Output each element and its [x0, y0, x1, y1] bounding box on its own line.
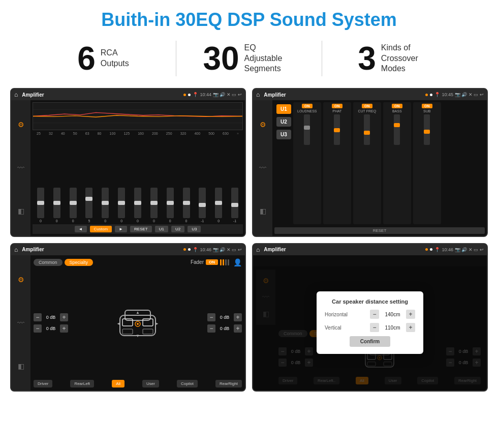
stat-item-rca: 6 RCA Outputs: [30, 42, 176, 75]
fader-icon-1[interactable]: ⚙: [18, 276, 24, 284]
eq-custom-button[interactable]: Custom: [90, 226, 112, 232]
amp-icon-1[interactable]: ⚙: [260, 121, 266, 129]
stat-number-6: 6: [77, 42, 96, 75]
phat-on-badge[interactable]: ON: [332, 104, 343, 108]
fader-tab-specialty[interactable]: Specialty: [65, 259, 94, 266]
eq-content: ⚙ 〰 ◧: [11, 100, 245, 236]
eq-slider-7[interactable]: 0: [150, 188, 158, 223]
dialog-vertical-plus[interactable]: +: [406, 323, 415, 332]
eq-reset-button[interactable]: RESET: [130, 226, 152, 232]
amp-icon-3[interactable]: ◧: [260, 207, 266, 215]
btn-rearleft[interactable]: RearLeft: [70, 380, 94, 387]
db-plus-3[interactable]: +: [234, 313, 242, 321]
db-control-4: − 0 dB +: [207, 324, 242, 333]
home-icon[interactable]: ⌂: [14, 91, 18, 98]
amp-home-icon[interactable]: ⌂: [256, 91, 260, 98]
eq-app-title: Amplifier: [22, 92, 181, 98]
fader-tab-common[interactable]: Common: [34, 259, 63, 266]
fader-status-bar: ⌂ Amplifier 📍 10:46 📷 🔊 ✕ ▭ ↩: [11, 244, 245, 255]
loudness-slider[interactable]: [304, 114, 310, 145]
bass-slider[interactable]: [394, 114, 400, 145]
eq-slider-2[interactable]: 0: [70, 188, 77, 223]
eq-slider-11[interactable]: 0: [215, 188, 222, 223]
cutfreq-label: CUT FREQ: [358, 109, 376, 113]
sub-slider[interactable]: [424, 114, 430, 145]
db-minus-4[interactable]: −: [207, 324, 215, 333]
dialog-vertical-stepper: − 110cm +: [370, 323, 415, 332]
eq-play-button[interactable]: ►: [115, 226, 127, 232]
svg-point-11: [137, 323, 139, 325]
eq-slider-10[interactable]: -1: [199, 188, 206, 223]
db-plus-2[interactable]: +: [60, 324, 68, 333]
btn-user[interactable]: User: [142, 380, 159, 387]
dialog-vertical-minus[interactable]: −: [370, 323, 379, 332]
amp-icon-2[interactable]: 〰: [259, 164, 266, 172]
dialog-horizontal-plus[interactable]: +: [406, 310, 415, 319]
dialog-content: ⚙ 〰 ◧ Common Specialty −0 dB+ −0 dB+: [253, 255, 487, 391]
eq-slider-8[interactable]: 0: [167, 188, 174, 223]
screens-grid: ⌂ Amplifier 📍 10:44 📷 🔊 ✕ ▭ ↩ ⚙ 〰 ◧: [0, 84, 498, 399]
db-plus-1[interactable]: +: [60, 313, 68, 321]
amp-left-sidebar: ⚙ 〰 ◧: [253, 100, 272, 236]
cutfreq-slider[interactable]: [364, 114, 370, 145]
eq-icon-3[interactable]: ◧: [18, 207, 24, 215]
bass-on-badge[interactable]: ON: [392, 104, 402, 108]
db-minus-1[interactable]: −: [34, 313, 42, 321]
car-diagram: ▲ ▼ ◄ ►: [72, 268, 203, 378]
fader-icon-2[interactable]: 〰: [17, 319, 24, 327]
amp-u2-button[interactable]: U2: [276, 117, 291, 127]
dialog-horizontal-minus[interactable]: −: [370, 310, 379, 319]
btn-copilot[interactable]: Copilot: [177, 380, 198, 387]
eq-prev-button[interactable]: ◄: [75, 226, 87, 232]
dialog-confirm-button[interactable]: Confirm: [350, 336, 390, 347]
fader-bottom-row: Driver RearLeft All User Copilot RearRig…: [34, 380, 242, 387]
eq-slider-9[interactable]: 0: [183, 188, 190, 223]
eq-slider-12[interactable]: -1: [231, 188, 238, 223]
loudness-on-badge[interactable]: ON: [302, 104, 313, 108]
amp-u1-button[interactable]: U1: [276, 104, 291, 114]
phat-slider[interactable]: [334, 114, 340, 145]
btn-all[interactable]: All: [112, 380, 124, 387]
cutfreq-on-badge[interactable]: ON: [362, 104, 372, 108]
btn-driver[interactable]: Driver: [34, 380, 52, 387]
eq-slider-1[interactable]: 0: [53, 188, 60, 223]
dialog-box: Car speaker distance setting Horizontal …: [317, 291, 423, 354]
db-minus-3[interactable]: −: [207, 313, 215, 321]
amp-u3-button[interactable]: U3: [276, 130, 291, 139]
fader-on-badge[interactable]: ON: [206, 259, 218, 265]
eq-u3-button[interactable]: U3: [188, 226, 201, 232]
db-minus-2[interactable]: −: [34, 324, 42, 333]
amp-status-bar: ⌂ Amplifier 📍 10:45 📷 🔊 ✕ ▭ ↩: [253, 89, 487, 100]
dialog-horizontal-label: Horizontal: [325, 312, 355, 317]
fader-status-icons: 📍 10:46 📷 🔊 ✕ ▭ ↩: [193, 247, 242, 252]
amp-content: ⚙ 〰 ◧ U1 U2 U3 ON LOUDNESS: [253, 100, 487, 236]
amp-channel-loudness: ON LOUDNESS: [293, 102, 321, 224]
eq-icon-1[interactable]: ⚙: [18, 121, 24, 129]
stat-label-crossover: Kinds of Crossover Modes: [381, 43, 432, 74]
eq-slider-6[interactable]: 0: [134, 188, 141, 223]
eq-u2-button[interactable]: U2: [171, 226, 184, 232]
fader-icon-3[interactable]: ◧: [18, 362, 24, 370]
fader-person-icon[interactable]: 👤: [233, 258, 242, 266]
eq-slider-5[interactable]: 0: [118, 188, 125, 223]
amp-channel-bass: ON BASS: [383, 102, 411, 224]
db-plus-4[interactable]: +: [234, 324, 242, 333]
amp-app-title: Amplifier: [264, 92, 423, 98]
fader-home-icon[interactable]: ⌂: [14, 246, 18, 253]
svg-rect-9: [143, 329, 153, 334]
eq-slider-4[interactable]: 0: [102, 188, 109, 223]
dialog-home-icon[interactable]: ⌂: [256, 246, 260, 253]
dialog-dot2: [430, 248, 432, 251]
db-value-3: 0 dB: [217, 315, 232, 320]
eq-slider-3[interactable]: 5: [85, 188, 92, 223]
eq-u1-button[interactable]: U1: [155, 226, 168, 232]
amp-reset-btn[interactable]: RESET: [274, 227, 485, 234]
eq-slider-0[interactable]: 0: [37, 188, 44, 223]
eq-icon-2[interactable]: 〰: [17, 164, 24, 172]
amp-channels: ON LOUDNESS ON PHAT: [293, 102, 485, 224]
sub-on-badge[interactable]: ON: [422, 104, 432, 108]
svg-text:▲: ▲: [136, 310, 140, 315]
dialog-dot1: [425, 248, 428, 251]
btn-rearright[interactable]: RearRight: [215, 380, 242, 387]
phat-label: PHAT: [332, 109, 341, 113]
